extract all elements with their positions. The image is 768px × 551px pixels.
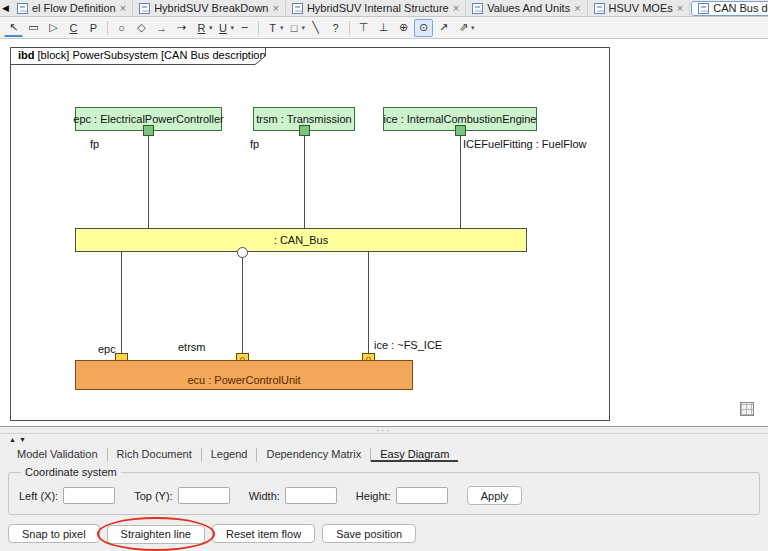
port-annotation: fp — [250, 138, 259, 150]
tab-label: HybridSUV BreakDown — [154, 2, 268, 14]
query-tool-icon[interactable]: ? — [326, 19, 345, 37]
diagram-icon — [594, 3, 605, 14]
group-title: Coordinate system — [21, 466, 121, 478]
frame-keyword: ibd — [18, 49, 35, 61]
part-label: ice : InternalCombustionEngine — [384, 113, 537, 125]
port-ice-fuelfitting[interactable] — [455, 125, 466, 136]
tab-can-bus-description[interactable]: CAN Bus description × — [691, 1, 768, 16]
frame-title: ibd [block] PowerSubsystem [CAN Bus desc… — [10, 47, 266, 65]
top-y-input[interactable] — [178, 487, 230, 504]
panel-splitter[interactable]: ··· — [0, 426, 768, 434]
content-tool-icon[interactable]: C — [64, 19, 83, 37]
height-label: Height: — [356, 490, 391, 502]
tab-hybridsuv-internal-structure[interactable]: HybridSUV Internal Structure × — [286, 1, 466, 16]
port-trsm-fp[interactable] — [299, 125, 310, 136]
collapse-down-icon[interactable]: ▼ — [19, 436, 26, 443]
tab-label: HybridSUV Internal Structure — [307, 2, 449, 14]
snap-to-pixel-button[interactable]: Snap to pixel — [8, 524, 100, 543]
tab-scroll-left-icon[interactable]: ◀ — [0, 3, 11, 13]
connector-line[interactable] — [242, 252, 243, 360]
close-icon[interactable]: × — [453, 3, 459, 13]
port-annotation: ICEFuelFitting : FuelFlow — [463, 138, 586, 150]
ecu-block[interactable]: ecu : PowerControlUnit — [75, 360, 413, 390]
dropdown-caret-icon[interactable]: ▾ — [471, 24, 475, 32]
dropdown-caret-icon[interactable]: ▾ — [209, 24, 213, 32]
package-tool-icon[interactable]: P — [84, 19, 103, 37]
close-icon[interactable]: × — [574, 3, 580, 13]
dropdown-caret-icon[interactable]: ▾ — [302, 24, 306, 32]
ecu-port-annotation: ice : ~FS_ICE — [374, 339, 442, 351]
tab-label: el Flow Definition — [32, 2, 116, 14]
close-icon[interactable]: × — [120, 3, 126, 13]
arrow-tool-icon[interactable]: → — [152, 19, 171, 37]
left-x-label: Left (X): — [19, 490, 58, 502]
align-bottom-tool-icon[interactable]: ⊥ — [374, 19, 393, 37]
tab-dependency-matrix[interactable]: Dependency Matrix — [257, 448, 371, 462]
panel-collapse-controls: ▲ ▼ — [0, 434, 768, 445]
pin-tool-icon[interactable]: ⊙ — [414, 19, 433, 37]
dash-tool-icon[interactable]: ╌ — [235, 19, 254, 37]
left-x-input[interactable] — [63, 487, 115, 504]
close-icon[interactable]: × — [677, 3, 683, 13]
close-icon[interactable]: × — [272, 3, 278, 13]
tab-model-validation[interactable]: Model Validation — [8, 448, 108, 462]
app-window: ◀ el Flow Definition × HybridSUV BreakDo… — [0, 0, 768, 551]
connector-line[interactable] — [304, 136, 305, 228]
diagram-icon — [472, 3, 483, 14]
tab-rich-document[interactable]: Rich Document — [108, 448, 202, 462]
diagram-toolbar: ↖ ▭ ▷ C P ○ ◇ → ⇢ R ▾ U ▾ ╌ T ▾ □ ▾ ╲ ? … — [0, 17, 768, 39]
dropdown-caret-icon[interactable]: ▾ — [231, 24, 235, 32]
width-input[interactable] — [285, 487, 337, 504]
play-tool-icon[interactable]: ▷ — [44, 19, 63, 37]
apply-button[interactable]: Apply — [467, 486, 523, 505]
frame-title-text: [block] PowerSubsystem [CAN Bus descript… — [35, 49, 269, 61]
diagram-icon — [17, 3, 28, 14]
dropdown-caret-icon[interactable]: ▾ — [280, 24, 284, 32]
tab-hybridsuv-breakdown[interactable]: HybridSUV BreakDown × — [133, 1, 286, 16]
reset-item-flow-button[interactable]: Reset item flow — [212, 524, 315, 543]
align-top-tool-icon[interactable]: ⊤ — [354, 19, 373, 37]
top-y-label: Top (Y): — [134, 490, 173, 502]
toolbar-separator — [349, 21, 350, 35]
tab-values-and-units[interactable]: Values And Units × — [466, 1, 587, 16]
connector-line[interactable] — [121, 252, 122, 360]
tab-label: HSUV MOEs — [609, 2, 673, 14]
center-tool-icon[interactable]: ⊕ — [394, 19, 413, 37]
save-position-button[interactable]: Save position — [322, 524, 416, 543]
diagram-canvas[interactable]: ibd [block] PowerSubsystem [CAN Bus desc… — [0, 39, 768, 426]
overview-grid-icon[interactable] — [740, 402, 754, 416]
ne-arrow-tool-icon[interactable]: ↗ — [434, 19, 453, 37]
ecu-port-annotation: epc — [98, 343, 116, 355]
diagram-icon — [292, 3, 303, 14]
toolbar-separator — [258, 21, 259, 35]
can-bus-block[interactable]: : CAN_Bus — [75, 228, 527, 252]
pointer-tool-icon[interactable]: ↖ — [4, 19, 23, 37]
tab-label: CAN Bus description — [713, 2, 768, 14]
action-button-row: Snap to pixel Straighten line Reset item… — [8, 524, 768, 544]
width-label: Width: — [249, 490, 280, 502]
tab-fuel-flow-definition[interactable]: el Flow Definition × — [11, 1, 133, 16]
tab-hsuv-moes[interactable]: HSUV MOEs × — [588, 1, 691, 16]
collapse-up-icon[interactable]: ▲ — [9, 436, 16, 443]
toolbar-separator — [107, 21, 108, 35]
line-tool-icon[interactable]: ╲ — [306, 19, 325, 37]
connector-line[interactable] — [148, 136, 149, 228]
tab-legend[interactable]: Legend — [202, 448, 258, 462]
diamond-tool-icon[interactable]: ◇ — [132, 19, 151, 37]
connector-line[interactable] — [460, 136, 461, 228]
ball-connector[interactable] — [237, 247, 248, 258]
connector-line[interactable] — [368, 252, 369, 360]
diagram-tab-bar: ◀ el Flow Definition × HybridSUV BreakDo… — [0, 0, 768, 17]
height-input[interactable] — [396, 487, 448, 504]
tab-label: Values And Units — [487, 2, 570, 14]
marquee-tool-icon[interactable]: ▭ — [24, 19, 43, 37]
straighten-line-button[interactable]: Straighten line — [107, 525, 205, 544]
ellipse-tool-icon[interactable]: ○ — [112, 19, 131, 37]
dashed-arrow-tool-icon[interactable]: ⇢ — [172, 19, 191, 37]
port-epc-fp[interactable] — [143, 125, 154, 136]
part-label: trsm : Transmission — [256, 113, 351, 125]
coordinate-system-group: Coordinate system Left (X): Top (Y): Wid… — [8, 466, 760, 515]
diagram-icon — [139, 3, 150, 14]
tab-easy-diagram[interactable]: Easy Diagram — [371, 448, 458, 462]
part-label: epc : ElectricalPowerController — [73, 113, 223, 125]
